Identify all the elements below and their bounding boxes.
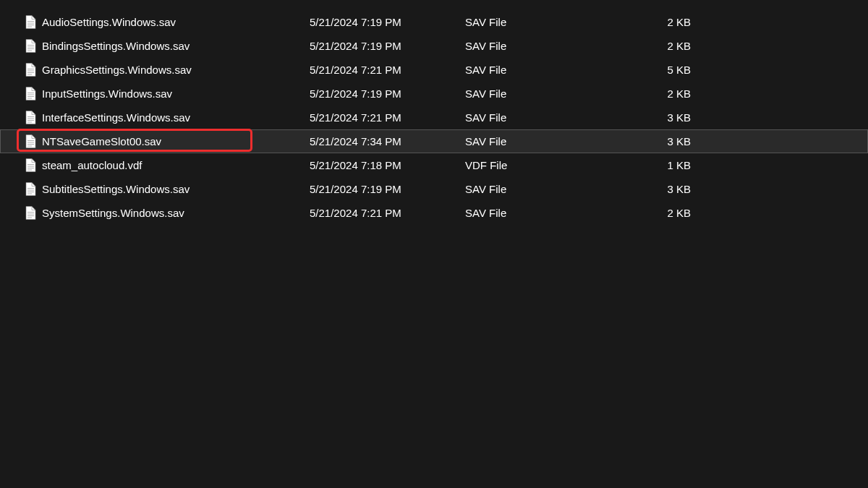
file-name: SystemSettings.Windows.sav (42, 207, 310, 219)
svg-rect-24 (27, 164, 34, 165)
svg-rect-30 (27, 192, 34, 192)
svg-rect-27 (27, 170, 32, 171)
svg-rect-19 (27, 122, 32, 123)
svg-rect-25 (27, 166, 34, 167)
svg-rect-28 (27, 188, 34, 189)
svg-rect-29 (27, 190, 34, 191)
svg-rect-22 (27, 144, 34, 145)
file-size: 1 KB (647, 159, 691, 171)
file-row[interactable]: SubtitlesSettings.Windows.sav5/21/2024 7… (0, 177, 868, 201)
file-size: 2 KB (647, 207, 691, 219)
file-name: steam_autocloud.vdf (42, 159, 310, 171)
file-icon (25, 39, 36, 53)
svg-rect-0 (27, 21, 34, 22)
svg-rect-3 (27, 27, 32, 27)
file-row[interactable]: InputSettings.Windows.sav5/21/2024 7:19 … (0, 82, 868, 106)
file-type: SAV File (465, 111, 647, 124)
file-size: 2 KB (647, 40, 691, 52)
file-type: SAV File (465, 87, 647, 100)
file-date: 5/21/2024 7:19 PM (310, 183, 465, 195)
file-name: AudioSettings.Windows.sav (42, 16, 310, 28)
svg-rect-7 (27, 51, 32, 51)
svg-rect-4 (27, 45, 34, 46)
file-row[interactable]: steam_autocloud.vdf5/21/2024 7:18 PMVDF … (0, 153, 868, 177)
file-icon (25, 182, 36, 197)
file-row[interactable]: NTSaveGameSlot00.sav5/21/2024 7:34 PMSAV… (0, 129, 868, 153)
file-type: SAV File (465, 135, 647, 147)
svg-rect-32 (27, 212, 34, 213)
file-name: NTSaveGameSlot00.sav (42, 135, 310, 147)
file-type: SAV File (465, 207, 647, 219)
file-date: 5/21/2024 7:21 PM (310, 207, 465, 219)
svg-rect-20 (27, 140, 34, 141)
file-type: SAV File (465, 40, 647, 52)
svg-rect-35 (27, 218, 32, 218)
svg-rect-8 (27, 69, 34, 69)
file-icon (25, 134, 36, 149)
svg-rect-21 (27, 142, 34, 143)
file-row[interactable]: SystemSettings.Windows.sav5/21/2024 7:21… (0, 201, 868, 225)
file-size: 2 KB (647, 87, 691, 100)
file-size: 3 KB (647, 135, 691, 147)
file-date: 5/21/2024 7:21 PM (310, 64, 465, 76)
svg-rect-33 (27, 214, 34, 215)
file-date: 5/21/2024 7:19 PM (310, 87, 465, 100)
svg-rect-31 (27, 194, 32, 194)
svg-rect-34 (27, 215, 34, 216)
file-icon (25, 87, 36, 101)
file-row[interactable]: GraphicsSettings.Windows.sav5/21/2024 7:… (0, 58, 868, 82)
file-name: GraphicsSettings.Windows.sav (42, 64, 310, 76)
svg-rect-2 (27, 25, 34, 25)
file-size: 2 KB (647, 16, 691, 28)
file-date: 5/21/2024 7:34 PM (310, 135, 465, 147)
file-size: 3 KB (647, 111, 691, 124)
file-date: 5/21/2024 7:18 PM (310, 159, 465, 171)
svg-rect-10 (27, 72, 34, 73)
file-row[interactable]: InterfaceSettings.Windows.sav5/21/2024 7… (0, 106, 868, 129)
file-icon (25, 15, 36, 30)
file-icon (25, 206, 36, 221)
svg-rect-11 (27, 74, 32, 75)
file-icon (25, 158, 36, 173)
svg-rect-18 (27, 120, 34, 121)
svg-rect-17 (27, 119, 34, 119)
file-row[interactable]: BindingsSettings.Windows.sav5/21/2024 7:… (0, 34, 868, 58)
file-type: SAV File (465, 183, 647, 195)
svg-rect-5 (27, 47, 34, 48)
file-type: VDF File (465, 159, 647, 171)
svg-rect-26 (27, 168, 34, 168)
file-name: SubtitlesSettings.Windows.sav (42, 183, 310, 195)
file-date: 5/21/2024 7:21 PM (310, 111, 465, 124)
svg-rect-23 (27, 146, 32, 147)
file-date: 5/21/2024 7:19 PM (310, 16, 465, 28)
file-name: InputSettings.Windows.sav (42, 87, 310, 100)
file-list: AudioSettings.Windows.sav5/21/2024 7:19 … (0, 10, 868, 225)
file-size: 5 KB (647, 64, 691, 76)
file-row[interactable]: AudioSettings.Windows.sav5/21/2024 7:19 … (0, 10, 868, 34)
svg-rect-12 (27, 93, 34, 93)
file-icon (25, 111, 36, 125)
file-name: BindingsSettings.Windows.sav (42, 40, 310, 52)
file-icon (25, 63, 36, 77)
file-type: SAV File (465, 16, 647, 28)
svg-rect-6 (27, 48, 34, 49)
svg-rect-13 (27, 95, 34, 95)
svg-rect-16 (27, 116, 34, 117)
svg-rect-1 (27, 23, 34, 24)
file-type: SAV File (465, 64, 647, 76)
svg-rect-9 (27, 71, 34, 72)
svg-rect-14 (27, 96, 34, 97)
svg-rect-15 (27, 98, 32, 99)
file-date: 5/21/2024 7:19 PM (310, 40, 465, 52)
file-size: 3 KB (647, 183, 691, 195)
file-name: InterfaceSettings.Windows.sav (42, 111, 310, 124)
